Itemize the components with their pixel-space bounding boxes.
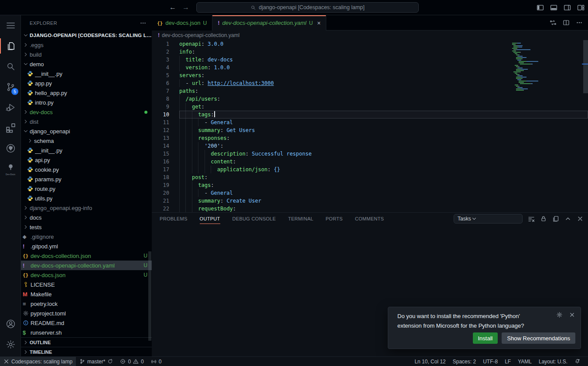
tree-item-.gitpod.yml[interactable]: !.gitpod.yml bbox=[21, 241, 152, 251]
activity-github[interactable] bbox=[0, 138, 21, 159]
tree-item-hello_app.py[interactable]: hello_app.py bbox=[21, 88, 152, 98]
open-changes-icon[interactable] bbox=[550, 19, 557, 26]
tree-item-pyproject.toml[interactable]: pyproject.toml bbox=[21, 308, 152, 318]
notification-settings-icon[interactable] bbox=[556, 312, 563, 331]
tree-item-docs[interactable]: docs bbox=[21, 213, 152, 222]
git-status-badge: U bbox=[144, 253, 147, 259]
activity-explorer[interactable] bbox=[0, 36, 21, 56]
tree-item-__init__.py[interactable]: __init__.py bbox=[21, 69, 152, 78]
tree-item-dev-docs-openapi-collection.yaml[interactable]: !dev-docs-openapi-collection.yamlU bbox=[21, 261, 152, 270]
tree-root-folder[interactable]: DJANGO-OPENAPI [CODESPACES: SCALING LA..… bbox=[21, 30, 152, 40]
language-mode[interactable]: YAML bbox=[514, 357, 535, 366]
tree-item-django_openapi.egg-info[interactable]: django_openapi.egg-info bbox=[21, 203, 152, 213]
panel-tab-DEBUG CONSOLE[interactable]: DEBUG CONSOLE bbox=[232, 213, 276, 225]
code-editor[interactable]: 1openapi: 3.0.02info:3 title: dev-docs4 … bbox=[152, 40, 588, 212]
remote-indicator[interactable]: Codespaces: scaling lamp bbox=[0, 357, 76, 366]
close-tab-icon[interactable]: × bbox=[317, 20, 321, 27]
close-panel-icon[interactable] bbox=[577, 215, 584, 222]
activity-search[interactable] bbox=[0, 56, 21, 77]
git-branch[interactable]: master* bbox=[76, 357, 116, 366]
breadcrumb[interactable]: ! dev-docs-openapi-collection.yaml bbox=[152, 30, 588, 40]
activity-settings[interactable] bbox=[0, 334, 21, 355]
tree-item-.gitignore[interactable]: ◆.gitignore bbox=[21, 232, 152, 241]
tree-item-params.py[interactable]: params.py bbox=[21, 174, 152, 184]
tree-item-dev-docs.json[interactable]: {}dev-docs.jsonU bbox=[21, 270, 152, 280]
problems[interactable]: 00 bbox=[116, 357, 147, 366]
panel-tab-COMMENTS[interactable]: COMMENTS bbox=[355, 213, 384, 225]
notification-close-icon[interactable] bbox=[569, 312, 575, 331]
tree-item-app.py[interactable]: app.py bbox=[21, 78, 152, 88]
indentation[interactable]: Spaces: 2 bbox=[449, 357, 479, 366]
tree-item-dev-docs-collection.json[interactable]: {}dev-docs-collection.jsonU bbox=[21, 251, 152, 261]
tree-item-.eggs[interactable]: .eggs bbox=[21, 40, 152, 50]
ports-forwarded[interactable]: 0 bbox=[147, 357, 165, 366]
tree-item-api.py[interactable]: api.py bbox=[21, 155, 152, 165]
timeline-section[interactable]: TIMELINE bbox=[21, 347, 152, 356]
customize-layout-icon[interactable] bbox=[576, 3, 585, 12]
tree-item-Makefile[interactable]: MMakefile bbox=[21, 289, 152, 299]
activity-run-and-debug[interactable] bbox=[0, 97, 21, 118]
code-line-8: 8 /api/users: bbox=[152, 95, 588, 103]
tree-item-route.py[interactable]: route.py bbox=[21, 184, 152, 193]
tree-item-cookie.py[interactable]: cookie.py bbox=[21, 165, 152, 174]
tree-item-tests[interactable]: tests bbox=[21, 222, 152, 232]
tree-item-dist[interactable]: dist bbox=[21, 117, 152, 126]
panel-tab-OUTPUT[interactable]: OUTPUT bbox=[200, 213, 220, 225]
minimap[interactable] bbox=[512, 43, 564, 91]
layout-panel-icon[interactable] bbox=[549, 3, 558, 12]
layout-secondary-sidebar-icon[interactable] bbox=[562, 3, 572, 12]
notifications-bell[interactable] bbox=[571, 357, 584, 366]
show-recommendations-button[interactable]: Show Recommendations bbox=[502, 332, 575, 344]
clear-output-icon[interactable] bbox=[528, 215, 535, 222]
editor-scrollbar[interactable] bbox=[583, 40, 588, 93]
command-center-label: django-openapi [Codespaces: scaling lamp… bbox=[259, 4, 365, 10]
open-in-editor-icon[interactable] bbox=[552, 215, 559, 222]
sidebar-scrollbar[interactable] bbox=[148, 251, 151, 341]
remote-icon bbox=[3, 359, 9, 364]
eol[interactable]: LF bbox=[501, 357, 514, 366]
chevron-right-icon bbox=[23, 42, 30, 48]
tab-dev-docs.json[interactable]: {}dev-docs.jsonU bbox=[152, 15, 212, 30]
tree-item-schema[interactable]: schema bbox=[21, 136, 152, 146]
encoding[interactable]: UTF-8 bbox=[479, 357, 501, 366]
tab-dev-docs-openapi-collection.yaml[interactable]: !dev-docs-openapi-collection.yamlU× bbox=[212, 15, 326, 30]
maximize-panel-icon[interactable] bbox=[564, 215, 571, 222]
cursor-position[interactable]: Ln 10, Col 12 bbox=[411, 357, 449, 366]
keyboard-layout[interactable]: Layout: U.S. bbox=[535, 357, 571, 366]
command-center[interactable]: django-openapi [Codespaces: scaling lamp… bbox=[196, 2, 419, 13]
layout-sidebar-icon[interactable] bbox=[535, 3, 545, 12]
activity-extensions[interactable] bbox=[0, 118, 21, 138]
tree-item-__init__.py[interactable]: __init__.py bbox=[21, 146, 152, 155]
activity-dev-docs[interactable]: Dev-Docs bbox=[0, 159, 21, 179]
tree-item-dev-docs[interactable]: dev-docs bbox=[21, 107, 152, 117]
more-actions-icon[interactable] bbox=[576, 19, 583, 26]
output-channel-dropdown[interactable]: Tasks bbox=[454, 214, 523, 224]
install-button[interactable]: Install bbox=[473, 332, 498, 344]
tree-item-README.md[interactable]: README.md bbox=[21, 318, 152, 328]
explorer-more-actions-icon[interactable] bbox=[140, 20, 147, 27]
tree-item-demo[interactable]: demo bbox=[21, 59, 152, 69]
activity-source-control[interactable]: 5 bbox=[0, 77, 21, 97]
tree-item-LICENSE[interactable]: LICENSE bbox=[21, 280, 152, 289]
tree-item-poetry.lock[interactable]: ≡poetry.lock bbox=[21, 299, 152, 308]
panel-tab-PORTS[interactable]: PORTS bbox=[325, 213, 342, 225]
lock-icon[interactable] bbox=[540, 215, 547, 222]
overview-cursor-marker bbox=[582, 64, 588, 64]
outline-section[interactable]: OUTLINE bbox=[21, 337, 152, 347]
back-arrow-icon[interactable]: ← bbox=[169, 3, 176, 11]
activity-accounts[interactable] bbox=[0, 314, 21, 334]
tree-item-runserver.sh[interactable]: $runserver.sh bbox=[21, 328, 152, 337]
panel-tab-PROBLEMS[interactable]: PROBLEMS bbox=[160, 213, 188, 225]
panel-tab-TERMINAL[interactable]: TERMINAL bbox=[288, 213, 313, 225]
tree-item-build[interactable]: build bbox=[21, 50, 152, 59]
status-bar: Codespaces: scaling lampmaster*000 Ln 10… bbox=[0, 356, 588, 366]
tree-item-django_openapi[interactable]: django_openapi bbox=[21, 126, 152, 136]
activity-menu[interactable] bbox=[0, 15, 21, 36]
forward-arrow-icon[interactable]: → bbox=[182, 3, 189, 11]
split-editor-icon[interactable] bbox=[563, 19, 570, 26]
chevron-right-icon bbox=[23, 51, 30, 58]
tree-item-utils.py[interactable]: utils.py bbox=[21, 193, 152, 203]
python-icon bbox=[27, 166, 35, 173]
tree-item-intro.py[interactable]: intro.py bbox=[21, 98, 152, 107]
code-line-18: 18 post: bbox=[152, 173, 588, 181]
